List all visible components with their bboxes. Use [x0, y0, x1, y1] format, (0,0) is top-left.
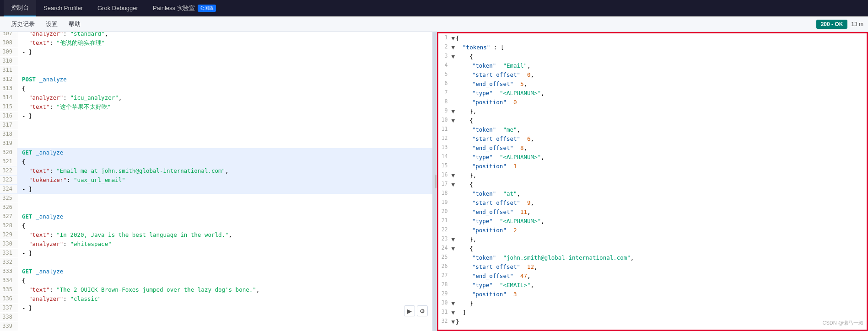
json-line-content: ▼ }, [452, 171, 868, 180]
line-number: 328 [0, 221, 17, 230]
line-number: 309 [0, 48, 17, 56]
sub-nav: 历史记录 设置 帮助 200 - OK 13 m [0, 16, 868, 32]
json-line-content: "position" 1 [452, 162, 868, 171]
expand-icon[interactable]: ▼ [452, 318, 455, 325]
code-line: 323 "tokenizer": "uax_url_email" [0, 176, 432, 185]
right-pane: 1▼{2▼ "tokens" : [3▼ {4 "token" "Email",… [437, 32, 868, 331]
code-editor[interactable]: 302- }303305POST _analyze306{307 "analyz… [0, 32, 432, 331]
expand-icon[interactable]: ▼ [452, 108, 455, 115]
json-line-number: 20 [439, 208, 452, 217]
status-time: 13 m [851, 21, 863, 27]
json-line-number: 26 [439, 262, 452, 272]
code-line: 335 "text": "The 2 QUICK Brown-Foxes jum… [0, 285, 432, 294]
line-content: { [17, 84, 432, 93]
line-number: 310 [0, 57, 17, 65]
subnav-settings[interactable]: 设置 [40, 16, 63, 32]
code-line: 329 "text": "In 2020, Java is the best l… [0, 230, 432, 240]
editor-toolbar: ▶⚙ [404, 305, 428, 316]
code-line: 328{ [0, 221, 432, 230]
wrench-button[interactable]: ⚙ [417, 305, 428, 316]
json-line-content: "type" "<ALPHANUM>", [452, 217, 868, 226]
main-container: 302- }303305POST _analyze306{307 "analyz… [0, 32, 868, 331]
json-line-number: 15 [439, 162, 452, 171]
line-number: 330 [0, 240, 17, 248]
line-content: POST _analyze [17, 75, 432, 84]
code-line: 334{ [0, 276, 432, 285]
line-content: "text": "In 2020, Java is the best langu… [17, 230, 432, 239]
json-line-content: "end_offset" 47, [452, 272, 868, 281]
json-line: 21 "type" "<ALPHANUM>", [437, 217, 868, 226]
line-number: 335 [0, 285, 17, 294]
response-panel[interactable]: 1▼{2▼ "tokens" : [3▼ {4 "token" "Email",… [437, 32, 868, 331]
line-number: 315 [0, 102, 17, 111]
line-content: - } [17, 185, 432, 193]
json-line: 27 "end_offset" 47, [437, 272, 868, 281]
nav-tab-grok-debugger[interactable]: Grok Debugger [90, 0, 146, 16]
run-button[interactable]: ▶ [404, 305, 415, 316]
subnav-history[interactable]: 历史记录 [5, 16, 40, 32]
json-line-number: 7 [439, 89, 452, 98]
json-line-content: ▼ ] [452, 308, 868, 317]
code-line: 332 [0, 258, 432, 267]
code-line: 320GET _analyze▶⚙ [0, 148, 432, 157]
json-line: 24▼ { [437, 244, 868, 253]
expand-icon[interactable]: ▼ [452, 309, 455, 316]
expand-icon[interactable]: ▼ [452, 117, 455, 124]
json-line: 28 "type" "<EMAIL>", [437, 281, 868, 290]
expand-icon[interactable]: ▼ [452, 181, 455, 188]
json-line: 23▼ }, [437, 235, 868, 244]
line-content: "analyzer": "classic" [17, 294, 432, 303]
line-number: 338 [0, 313, 17, 321]
code-line: 327GET _analyze [0, 212, 432, 221]
line-content: { [17, 276, 432, 285]
json-line-number: 1 [439, 34, 452, 43]
json-line-number: 30 [439, 299, 452, 308]
expand-icon[interactable]: ▼ [452, 53, 455, 60]
expand-icon[interactable]: ▼ [452, 236, 455, 243]
expand-icon[interactable]: ▼ [452, 300, 455, 307]
json-line: 25 "token" "john.smith@global-internatio… [437, 253, 868, 262]
json-line-content: "end_offset" 8, [452, 144, 868, 153]
json-line: 11 "token" "me", [437, 125, 868, 134]
code-line: 310 [0, 57, 432, 66]
json-line-content: ▼{ [452, 34, 868, 43]
json-line-number: 4 [439, 61, 452, 70]
json-line-number: 13 [439, 144, 452, 153]
json-line: 9▼ }, [437, 107, 868, 116]
json-line-content: "end_offset" 11, [452, 208, 868, 217]
line-content: GET _analyze [17, 148, 432, 157]
code-line: 317 [0, 121, 432, 130]
line-content: "text": "The 2 QUICK Brown-Foxes jumped … [17, 285, 432, 294]
code-line: 322 "text": "Email me at john.smith@glob… [0, 166, 432, 176]
json-line-content: "start_offset" 0, [452, 70, 868, 80]
json-line: 19 "start_offset" 9, [437, 198, 868, 208]
json-line: 20 "end_offset" 11, [437, 208, 868, 217]
line-content: - } [17, 304, 432, 312]
code-line: 307 "analyzer": "standard", [0, 32, 432, 38]
line-number: 337 [0, 304, 17, 312]
json-line-content: ▼ }, [452, 235, 868, 244]
line-content: "analyzer": "standard", [17, 32, 432, 38]
json-line: 7 "type" "<ALPHANUM>", [437, 89, 868, 98]
expand-icon[interactable]: ▼ [452, 172, 455, 179]
subnav-history-label: 历史记录 [11, 20, 35, 28]
nav-tab-console[interactable]: 控制台 [4, 0, 36, 16]
line-number: 329 [0, 230, 17, 239]
nav-tab-painless[interactable]: Painless 实验室 公测版 [146, 0, 223, 16]
line-number: 321 [0, 157, 17, 166]
json-line-content: "position" 3 [452, 290, 868, 299]
expand-icon[interactable]: ▼ [452, 245, 455, 252]
code-line: 319 [0, 139, 432, 148]
line-content: "analyzer": "icu_analyzer", [17, 93, 432, 102]
nav-tab-search-profiler[interactable]: Search Profiler [36, 0, 90, 16]
line-content: "text": "Email me at john.smith@global-i… [17, 166, 432, 175]
expand-icon[interactable]: ▼ [452, 35, 455, 42]
json-line-content: "position" 2 [452, 226, 868, 235]
expand-icon[interactable]: ▼ [452, 44, 455, 51]
code-line: 321{ [0, 157, 432, 166]
line-number: 336 [0, 294, 17, 303]
subnav-help[interactable]: 帮助 [63, 16, 86, 32]
line-number: 318 [0, 130, 17, 139]
json-line: 30▼ } [437, 299, 868, 308]
code-line: 311 [0, 66, 432, 75]
